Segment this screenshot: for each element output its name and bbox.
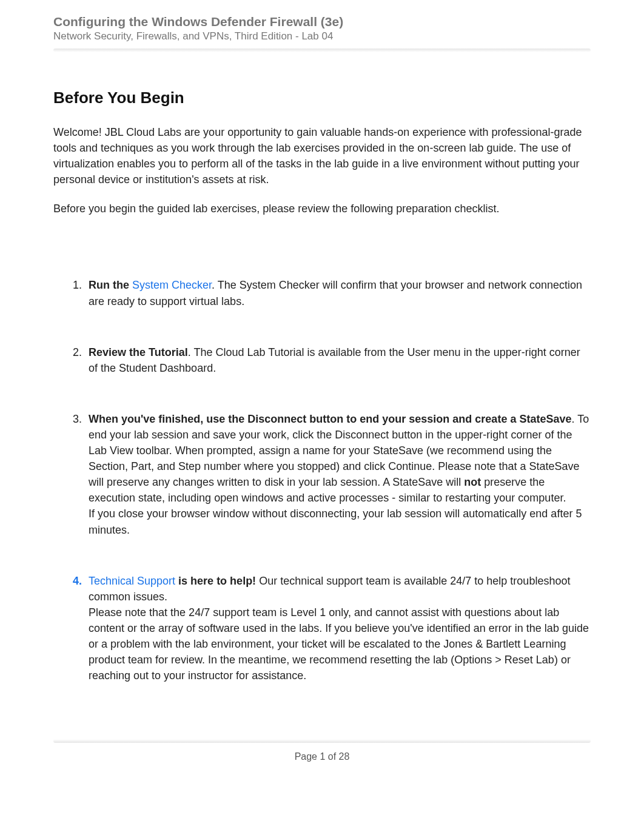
checklist-item-2: Review the Tutorial. The Cloud Lab Tutor… xyxy=(85,344,591,376)
page-number: Page 1 of 28 xyxy=(53,751,591,762)
document-page: Configuring the Windows Defender Firewal… xyxy=(0,0,644,835)
header-divider xyxy=(53,49,591,52)
system-checker-link[interactable]: System Checker xyxy=(132,279,212,291)
item4-bold: is here to help! xyxy=(175,575,256,587)
lab-subtitle: Network Security, Firewalls, and VPNs, T… xyxy=(53,30,591,42)
checklist-item-1: Run the System Checker. The System Check… xyxy=(85,277,591,309)
checklist-item-3: When you've finished, use the Disconnect… xyxy=(85,411,591,538)
section-heading: Before You Begin xyxy=(53,89,591,107)
preparation-checklist: Run the System Checker. The System Check… xyxy=(53,277,591,683)
intro-paragraph-1: Welcome! JBL Cloud Labs are your opportu… xyxy=(53,124,591,187)
checklist-item-4: Technical Support is here to help! Our t… xyxy=(85,573,591,684)
lab-title: Configuring the Windows Defender Firewal… xyxy=(53,15,591,29)
page-footer: Page 1 of 28 xyxy=(53,739,591,762)
item3-not: not xyxy=(464,476,481,488)
item2-bold: Review the Tutorial xyxy=(89,346,188,358)
intro-paragraph-2: Before you begin the guided lab exercise… xyxy=(53,201,591,216)
item3-bold: When you've finished, use the Disconnect… xyxy=(89,413,571,425)
footer-divider xyxy=(53,739,591,743)
technical-support-link[interactable]: Technical Support xyxy=(89,575,175,587)
item1-bold: Run the xyxy=(89,279,132,291)
item3-line2: If you close your browser window without… xyxy=(89,508,582,535)
item4-line2: Please note that the 24/7 support team i… xyxy=(89,606,589,682)
